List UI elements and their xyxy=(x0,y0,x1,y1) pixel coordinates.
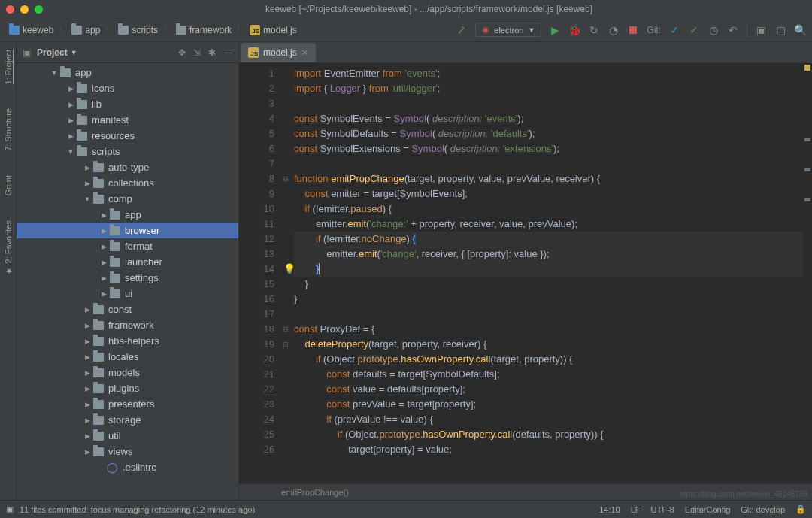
tree-item[interactable]: ◯.eslintrc xyxy=(17,459,238,475)
tree-item[interactable]: ▶presenters xyxy=(17,396,238,412)
line-separator[interactable]: LF xyxy=(631,505,641,514)
search-icon[interactable]: 🔍 xyxy=(794,24,806,36)
tree-item[interactable]: ▼comp xyxy=(17,191,238,207)
tree-item[interactable]: ▼app xyxy=(17,65,238,80)
tree-item[interactable]: ▶collections xyxy=(17,175,238,191)
tree-item[interactable]: ▶plugins xyxy=(17,380,238,396)
titlebar: keeweb [~/Projects/keeweb/keeweb] - .../… xyxy=(0,0,812,18)
tree-item[interactable]: ▶ui xyxy=(17,286,238,301)
left-tool-rail: 1: Project 7: Structure Grunt ★2: Favori… xyxy=(0,42,17,500)
tree-item[interactable]: ▶storage xyxy=(17,412,238,428)
project-sidebar: ▣ Project ▼ ✥ ⇲ ✱ — ▼app▶icons▶lib▶manif… xyxy=(17,42,239,500)
history-icon[interactable]: ◷ xyxy=(707,24,720,36)
indent[interactable]: EditorConfig xyxy=(685,505,731,514)
rail-favorites[interactable]: ★2: Favorites xyxy=(2,216,14,280)
rail-grunt[interactable]: Grunt xyxy=(2,171,14,201)
tree-item[interactable]: ▶lib xyxy=(17,96,238,112)
tree-item[interactable]: ▶auto-type xyxy=(17,159,238,175)
fullscreen-icon[interactable]: ▢ xyxy=(774,24,786,36)
vcs-update-icon[interactable]: ✓ xyxy=(668,24,680,36)
encoding[interactable]: UTF-8 xyxy=(651,505,674,514)
tree-item[interactable]: ▼scripts xyxy=(17,144,238,159)
tree-item[interactable]: ▶resources xyxy=(17,128,238,144)
vcs-commit-icon[interactable]: ✓ xyxy=(688,24,700,36)
close-icon[interactable] xyxy=(6,5,14,14)
tree-item[interactable]: ▶util xyxy=(17,428,238,444)
ide-icon[interactable]: ▣ xyxy=(755,24,767,36)
rail-project[interactable]: 1: Project xyxy=(2,45,14,89)
build-icon[interactable]: ⤦ xyxy=(456,24,468,36)
minimize-icon[interactable] xyxy=(20,5,29,14)
line-numbers: 1234567891011121314151617181920212223242… xyxy=(239,63,280,483)
caret-position[interactable]: 14:10 xyxy=(599,505,620,514)
sidebar-title[interactable]: Project ▼ xyxy=(37,47,77,58)
tree-item[interactable]: ▶icons xyxy=(17,80,238,96)
tree-item[interactable]: ▶locales xyxy=(17,349,238,365)
js-file-icon: JS xyxy=(250,25,260,35)
tool-window-icon[interactable]: ▣ xyxy=(23,47,31,58)
locate-icon[interactable]: ✥ xyxy=(178,47,186,58)
folder-icon xyxy=(71,26,82,35)
project-tree[interactable]: ▼app▶icons▶lib▶manifest▶resources▼script… xyxy=(17,63,238,500)
status-message: 11 files committed: focus managing refac… xyxy=(20,505,255,514)
js-file-icon: JS xyxy=(248,47,259,58)
window-title: keeweb [~/Projects/keeweb/keeweb] - .../… xyxy=(52,4,806,14)
coverage-icon[interactable]: ↻ xyxy=(588,24,600,36)
rail-structure[interactable]: 7: Structure xyxy=(2,104,14,156)
close-tab-icon[interactable]: ✕ xyxy=(301,48,308,58)
warning-mark xyxy=(804,65,810,71)
maximize-icon[interactable] xyxy=(35,5,43,14)
collapse-icon[interactable]: — xyxy=(223,47,232,58)
tree-item[interactable]: ▶format xyxy=(17,238,238,254)
expand-icon[interactable]: ⇲ xyxy=(193,47,201,58)
tree-item[interactable]: ▶hbs-helpers xyxy=(17,333,238,349)
status-icon: ▣ xyxy=(6,504,14,514)
tree-item[interactable]: ▶launcher xyxy=(17,254,238,270)
breadcrumb[interactable]: keeweb〉 app〉 scripts〉 framework〉 JS mode… xyxy=(6,22,300,38)
navigation-bar: keeweb〉 app〉 scripts〉 framework〉 JS mode… xyxy=(0,18,812,42)
tree-item[interactable]: ▶manifest xyxy=(17,112,238,128)
status-bar: ▣ 11 files committed: focus managing ref… xyxy=(0,500,812,518)
folder-icon xyxy=(176,26,186,35)
run-config-select[interactable]: ◉electron▼ xyxy=(475,23,541,37)
folder-icon xyxy=(9,26,20,35)
watermark: https://blog.csdn.net/weixin_46145739 xyxy=(680,490,807,498)
editor-tabs: JS model.js ✕ xyxy=(239,42,812,63)
stop-icon[interactable] xyxy=(627,24,639,36)
tree-item[interactable]: ▶browser xyxy=(17,223,238,238)
branch[interactable]: Git: develop xyxy=(741,505,785,514)
tab-model-js[interactable]: JS model.js ✕ xyxy=(241,43,316,62)
folder-icon xyxy=(118,26,129,35)
tree-item[interactable]: ▶models xyxy=(17,365,238,380)
settings-icon[interactable]: ✱ xyxy=(208,47,216,58)
error-stripe[interactable] xyxy=(803,63,812,483)
git-label: Git: xyxy=(647,25,661,35)
lock-icon[interactable]: 🔒 xyxy=(795,504,806,514)
debug-icon[interactable]: 🐞 xyxy=(568,24,580,36)
tree-item[interactable]: ▶const xyxy=(17,301,238,317)
tree-item[interactable]: ▶views xyxy=(17,444,238,459)
profile-icon[interactable]: ◔ xyxy=(607,24,620,36)
tree-item[interactable]: ▶framework xyxy=(17,317,238,333)
revert-icon[interactable]: ↶ xyxy=(727,24,739,36)
tree-item[interactable]: ▶settings xyxy=(17,270,238,286)
code-editor[interactable]: import EventEmitter from 'events';import… xyxy=(291,63,803,483)
tree-item[interactable]: ▶app xyxy=(17,207,238,223)
run-icon[interactable]: ▶ xyxy=(549,24,561,36)
